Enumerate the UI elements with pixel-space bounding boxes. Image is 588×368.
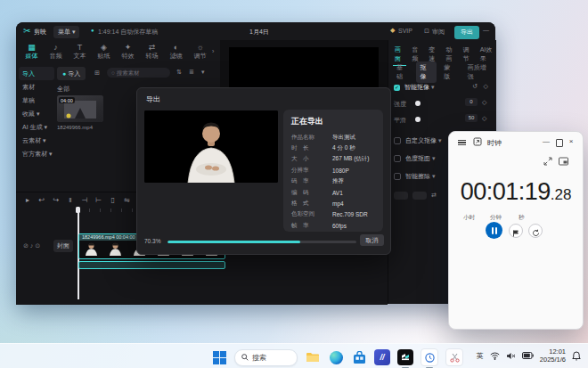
option-smart-erase[interactable]: 智能擦除 ▾ (394, 172, 435, 181)
taskbar-search[interactable]: 搜索 (234, 349, 298, 366)
stopwatch-fraction: .28 (551, 186, 572, 203)
redo-icon[interactable]: ↪ (50, 196, 62, 204)
clock-minimize-icon[interactable]: — (540, 137, 552, 145)
snipping-tool-icon[interactable] (445, 348, 463, 366)
app-blue-slashes-icon[interactable]: // (374, 349, 390, 365)
reset-button[interactable] (528, 224, 543, 238)
volume-muted-icon[interactable] (506, 352, 516, 360)
tab-audio[interactable]: ♪音频 (44, 43, 68, 61)
tab-effects[interactable]: ✦特效 (116, 43, 140, 61)
compact-overlay-icon[interactable] (473, 137, 482, 146)
autosave-status: 1:49:14 自动保存草稿 (98, 28, 158, 37)
custom-matting-checkbox[interactable] (394, 137, 401, 144)
select-tool-icon[interactable]: ▸ (21, 196, 34, 204)
ime-indicator[interactable]: 英 (477, 351, 484, 361)
flag-icon (512, 230, 519, 237)
chroma-key-checkbox[interactable] (394, 155, 401, 162)
nav-material[interactable]: 素材 (19, 80, 54, 94)
clock-close-icon[interactable]: × (565, 137, 577, 145)
clock-app-icon[interactable] (421, 348, 438, 366)
tab-adjust[interactable]: ☼调节 (188, 43, 212, 61)
review-button[interactable]: 审阅 (432, 28, 445, 37)
minimize-window-icon[interactable]: — (483, 27, 489, 33)
export-progress-label: 70.3% (144, 238, 160, 244)
track-hide-icon[interactable]: ⊙ (35, 242, 40, 249)
tab-filter[interactable]: ◐滤镜 (164, 43, 188, 61)
subtab-enhance[interactable]: 画质增强 (463, 61, 496, 83)
field-row: 作品名称导出测试 (291, 132, 375, 143)
clock-window-title: 时钟 (487, 138, 502, 148)
search-input[interactable]: ○ 搜索素材 (107, 68, 170, 78)
section-caret-icon[interactable]: ▾ (431, 84, 435, 90)
nav-ai-generate[interactable]: AI 生成 ▾ (19, 120, 54, 134)
file-explorer-icon[interactable] (305, 349, 321, 365)
export-info-card: 正在导出 作品名称导出测试 时 长4 分 0 秒 大 小267 MB (估计) … (283, 110, 383, 232)
trim-right-icon[interactable]: ⊢ (93, 196, 105, 204)
battery-icon[interactable] (522, 352, 534, 359)
nav-official-material[interactable]: 官方素材 ▾ (19, 147, 54, 160)
tab-transition[interactable]: ⇄转场 (140, 43, 164, 61)
track-lock-icon[interactable]: ⊘ (23, 242, 30, 249)
export-button[interactable]: 导出 (454, 26, 479, 39)
subtab-basic[interactable]: 基础 (392, 61, 413, 83)
transition-icon: ⇄ (140, 43, 164, 52)
tray-date: 2025/1/6 (540, 356, 566, 364)
subtab-mask[interactable]: 蒙版 (439, 61, 461, 83)
clock-maximize-icon[interactable] (556, 139, 564, 147)
microsoft-store-icon[interactable] (351, 349, 367, 365)
start-button[interactable] (211, 349, 227, 365)
layout-icon[interactable]: ≣ (189, 69, 194, 76)
nav-draft[interactable]: 草稿 (19, 94, 54, 107)
cover-button[interactable]: 封面 (53, 240, 73, 252)
sort-icon[interactable]: ⇅ (176, 69, 182, 76)
tab-sticker[interactable]: ◈贴纸 (92, 43, 116, 61)
tab-text[interactable]: T文本 (68, 43, 92, 61)
audio-strip[interactable] (78, 261, 225, 269)
tabs-more-chevron-icon[interactable]: › (212, 43, 214, 61)
undo-icon[interactable]: ↩ (36, 196, 48, 204)
pause-button[interactable] (486, 222, 502, 239)
split-icon[interactable]: ‖ (64, 196, 77, 204)
svip-button[interactable]: SVIP (398, 28, 412, 34)
cancel-export-button[interactable]: 取消 (360, 234, 384, 246)
import-media-button[interactable]: ● 导入 (57, 67, 86, 80)
hamburger-menu-icon[interactable] (458, 138, 466, 147)
unit-minutes-label: 分钟 (490, 214, 502, 222)
notification-bell-icon[interactable] (572, 351, 581, 361)
lap-flag-button[interactable] (509, 224, 523, 238)
tab-media[interactable]: ▦媒体 (20, 43, 44, 61)
reset-icon[interactable]: ↺ (472, 83, 478, 90)
trim-left-icon[interactable]: ⊣ (78, 196, 91, 204)
fullscreen-icon[interactable] (543, 157, 552, 166)
track-header: ⊘ ♪ ⊙ (23, 242, 40, 249)
swap-icon[interactable]: ⇄ (431, 192, 437, 200)
clipboard-icon[interactable]: ⊞ (94, 70, 100, 77)
media-card[interactable]: 04:00 (57, 95, 103, 122)
delete-icon[interactable]: ▯ (107, 196, 119, 204)
preset-button-2[interactable] (412, 192, 427, 200)
nav-cloud-material[interactable]: 云素材 ▾ (19, 134, 54, 147)
project-title: 1月4日 (249, 28, 269, 37)
mirror-icon[interactable]: ⇋ (121, 196, 134, 204)
smart-erase-checkbox[interactable] (394, 173, 401, 180)
field-row: 色彩空间Rec.709 SDR (291, 209, 375, 220)
clock-date-area[interactable]: 12:01 2025/1/6 (540, 348, 566, 364)
strength-keyframe-icon[interactable]: ◇ (482, 99, 486, 106)
smart-matting-checkbox[interactable]: ✓ (394, 85, 400, 91)
subtab-matting[interactable]: 抠像 (416, 61, 437, 83)
option-custom-matting[interactable]: 自定义抠像 ▾ (394, 136, 441, 145)
capcut-app-icon[interactable] (397, 349, 413, 365)
strength-value[interactable]: 0 (465, 98, 478, 106)
smooth-keyframe-icon[interactable]: ◇ (482, 115, 486, 122)
filter-dropdown-icon[interactable]: ▾ (201, 69, 205, 76)
preset-button-1[interactable] (394, 192, 408, 200)
nav-favorites[interactable]: 收藏 ▾ (19, 107, 54, 120)
nav-import[interactable]: 导入 (19, 67, 54, 80)
picture-in-picture-icon[interactable] (559, 157, 568, 166)
menu-button[interactable]: 菜单 ▾ (53, 26, 79, 38)
wifi-icon[interactable] (490, 352, 500, 360)
edge-browser-icon[interactable] (328, 349, 344, 365)
keyframe-icon[interactable]: ◇ (484, 83, 488, 90)
smooth-value[interactable]: 50 (465, 114, 478, 122)
option-chroma-key[interactable]: 色度抠图 ▾ (394, 154, 435, 163)
